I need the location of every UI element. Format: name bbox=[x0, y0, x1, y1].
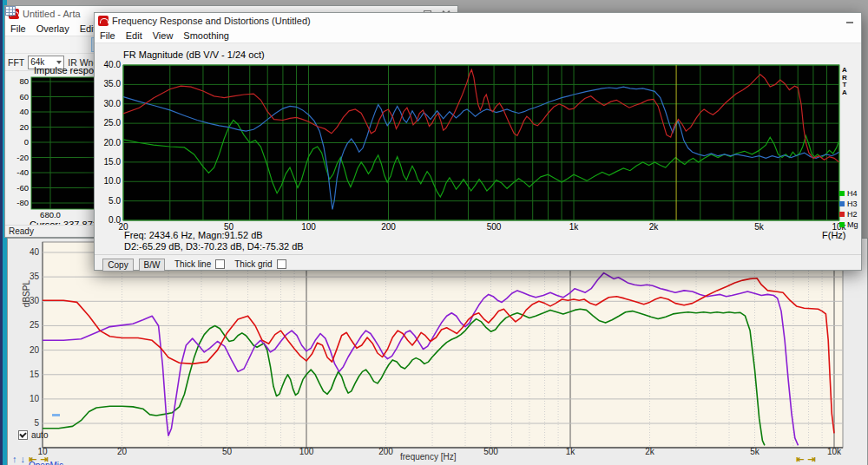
legend-swatch bbox=[839, 191, 845, 196]
svg-text:40.0: 40.0 bbox=[104, 60, 122, 69]
svg-text:40: 40 bbox=[30, 247, 40, 257]
spl-y-axis-label: dBSPL bbox=[22, 280, 31, 307]
svg-text:500: 500 bbox=[487, 222, 502, 232]
spl-chart[interactable]: 4035302520151051020501002005001k2k5k10k bbox=[8, 239, 868, 465]
svg-text:20: 20 bbox=[19, 122, 29, 132]
svg-text:100: 100 bbox=[299, 447, 314, 456]
fr-legend: H4H3H2Mg bbox=[839, 189, 858, 229]
svg-text:0: 0 bbox=[24, 137, 29, 147]
svg-text:-20: -20 bbox=[16, 153, 29, 162]
svg-text:60: 60 bbox=[19, 92, 29, 102]
svg-text:25.0: 25.0 bbox=[104, 118, 122, 128]
desktop: 4035302520151051020501002005001k2k5k10k … bbox=[0, 0, 868, 465]
svg-text:2k: 2k bbox=[645, 447, 655, 456]
svg-text:10: 10 bbox=[30, 394, 40, 403]
svg-text:5k: 5k bbox=[754, 222, 765, 232]
fr-x-axis-label: F(Hz) bbox=[822, 230, 846, 240]
fr-chart-title: FR Magnitude (dB V/V - 1/24 oct) bbox=[123, 49, 265, 60]
fr-window: Frequency Response and Distortions (Unti… bbox=[94, 12, 862, 271]
cursor-marker bbox=[52, 414, 60, 416]
legend-item-h2: H2 bbox=[839, 210, 858, 219]
spl-x-axis-label: frequency [Hz] bbox=[400, 452, 456, 462]
legend-label: H2 bbox=[847, 210, 858, 219]
svg-text:-40: -40 bbox=[16, 167, 29, 177]
svg-text:20.0: 20.0 bbox=[104, 138, 122, 147]
pan-up-icon[interactable]: ↑ bbox=[12, 454, 17, 465]
svg-text:10.0: 10.0 bbox=[104, 176, 122, 186]
svg-text:15.0: 15.0 bbox=[104, 157, 122, 167]
svg-text:-60: -60 bbox=[16, 183, 29, 193]
pan-down-icon[interactable]: ↓ bbox=[21, 454, 26, 465]
openmic-link[interactable]: OpenMic bbox=[29, 461, 63, 465]
status-text: Ready bbox=[9, 226, 34, 236]
thick-line-checkbox[interactable] bbox=[215, 259, 225, 269]
spl-window: 4035302520151051020501002005001k2k5k10k … bbox=[7, 238, 868, 465]
svg-text:25: 25 bbox=[30, 320, 40, 330]
svg-text:15: 15 bbox=[30, 370, 40, 379]
legend-item-h4: H4 bbox=[839, 189, 858, 198]
svg-text:-80: -80 bbox=[16, 198, 29, 207]
svg-text:10k: 10k bbox=[827, 447, 842, 456]
svg-text:20: 20 bbox=[30, 345, 40, 355]
copy-button[interactable]: Copy bbox=[102, 259, 134, 272]
fr-status-line1: Freq: 2434.6 Hz, Magn:91.52 dB bbox=[124, 230, 263, 240]
thick-grid-label: Thick grid bbox=[234, 259, 272, 269]
legend-label: Mg bbox=[847, 220, 858, 229]
thick-line-label: Thick line bbox=[174, 259, 211, 269]
svg-text:1k: 1k bbox=[566, 447, 576, 456]
svg-text:20: 20 bbox=[117, 447, 128, 456]
svg-text:40: 40 bbox=[19, 107, 29, 116]
svg-text:200: 200 bbox=[378, 447, 393, 456]
svg-text:5: 5 bbox=[34, 418, 39, 428]
svg-text:30.0: 30.0 bbox=[104, 99, 122, 108]
legend-swatch bbox=[839, 222, 845, 227]
zoom-in-x-icon[interactable]: ⇤ bbox=[796, 454, 804, 465]
svg-text:5.0: 5.0 bbox=[108, 196, 121, 206]
svg-text:500: 500 bbox=[483, 447, 498, 456]
svg-text:2k: 2k bbox=[649, 222, 660, 232]
auto-label: auto bbox=[31, 430, 48, 440]
legend-swatch bbox=[839, 201, 845, 206]
svg-text:5k: 5k bbox=[750, 447, 760, 456]
auto-scale-control[interactable]: auto bbox=[18, 430, 48, 440]
divider bbox=[95, 254, 861, 255]
fr-status-line2: D2:-65.29 dB, D3:-70.23 dB, D4:-75.32 dB bbox=[124, 241, 304, 252]
zoom-out-x-icon[interactable]: ⇥ bbox=[807, 454, 815, 465]
arta-watermark: ARTA bbox=[842, 67, 847, 96]
svg-text:100: 100 bbox=[301, 222, 316, 232]
legend-label: H3 bbox=[847, 200, 858, 208]
bw-button[interactable]: B/W bbox=[139, 259, 165, 272]
svg-text:1k: 1k bbox=[569, 222, 580, 232]
legend-swatch bbox=[839, 212, 845, 217]
legend-label: H4 bbox=[847, 189, 858, 198]
thick-grid-checkbox[interactable] bbox=[277, 259, 286, 269]
svg-text:200: 200 bbox=[381, 222, 396, 232]
svg-text:680.0: 680.0 bbox=[40, 210, 61, 219]
legend-item-mg: Mg bbox=[839, 220, 858, 229]
auto-checkbox[interactable] bbox=[18, 430, 28, 440]
svg-text:80: 80 bbox=[19, 76, 29, 86]
legend-item-h3: H3 bbox=[839, 200, 858, 208]
svg-text:35.0: 35.0 bbox=[104, 79, 122, 88]
svg-text:50: 50 bbox=[222, 447, 233, 456]
